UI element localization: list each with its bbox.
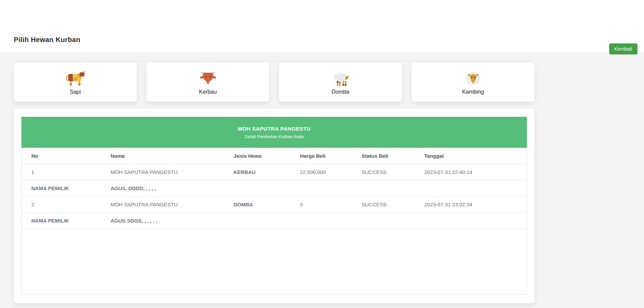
col-header-jenis-hewan: Jenis Hewa bbox=[224, 148, 290, 164]
buffalo-icon bbox=[199, 69, 217, 87]
page-header bbox=[0, 0, 644, 52]
cell-no: 1 bbox=[22, 164, 101, 180]
cell-harga: 0 bbox=[290, 196, 352, 213]
cell-nama: MOH SAPUTRA PANGESTU bbox=[101, 164, 224, 180]
animal-label: Sapi bbox=[70, 89, 81, 95]
cell-no: 2 bbox=[22, 196, 101, 213]
owner-name: MOH SAPUTRA PANGESTU bbox=[238, 126, 311, 132]
table-row: 2 MOH SAPUTRA PANGESTU DOMBA 0 SUCCESS 2… bbox=[22, 196, 527, 213]
cell-jenis: KERBAU bbox=[224, 164, 290, 180]
col-header-no: No bbox=[22, 148, 101, 164]
cell-jenis: DOMBA bbox=[224, 196, 290, 213]
cell-harga: 22,500,000 bbox=[290, 164, 352, 180]
table-row: 1 MOH SAPUTRA PANGESTU KERBAU 22,500,000… bbox=[22, 164, 527, 180]
panel-subtitle: Detail Pembelian Kurban Anda bbox=[245, 134, 303, 139]
status-badge: SUCCESS bbox=[352, 164, 415, 180]
status-badge: SUCCESS bbox=[352, 196, 415, 213]
table-header-row: No Nama Jenis Hewa Harga Beli Status Bel… bbox=[22, 148, 527, 164]
cell-tanggal: 2023-07-31 23:02:34 bbox=[415, 196, 527, 213]
animal-label: Kambing bbox=[462, 89, 484, 95]
owner-value: AGUS, DDDD, , , , , bbox=[101, 180, 224, 196]
purchase-table: No Nama Jenis Hewa Harga Beli Status Bel… bbox=[22, 148, 527, 229]
col-header-status-beli: Status Beli bbox=[352, 148, 415, 164]
col-header-tanggal: Tanggal bbox=[415, 148, 527, 164]
owner-label: NAMA PEMILIK bbox=[22, 213, 101, 229]
purchase-detail-panel: MOH SAPUTRA PANGESTU Detail Pembelian Ku… bbox=[14, 109, 534, 303]
purchase-table-box: No Nama Jenis Hewa Harga Beli Status Bel… bbox=[21, 148, 527, 295]
animal-label: Kerbau bbox=[199, 89, 217, 95]
panel-banner: MOH SAPUTRA PANGESTU Detail Pembelian Ku… bbox=[21, 117, 527, 148]
cell-nama: MOH SAPUTRA PANGESTU bbox=[101, 196, 224, 213]
col-header-nama: Nama bbox=[101, 148, 224, 164]
cow-icon bbox=[65, 69, 85, 87]
animal-card-kerbau[interactable]: Kerbau bbox=[146, 62, 269, 102]
animal-label: Domba bbox=[332, 89, 350, 95]
owner-subrow: NAMA PEMILIK AGUS SDGS, , , , , , bbox=[22, 213, 527, 229]
animal-card-domba[interactable]: Domba bbox=[279, 62, 402, 102]
page-title: Pilih Hewan Kurban bbox=[14, 36, 80, 44]
cell-tanggal: 2023-07-31 22:40:14 bbox=[415, 164, 527, 180]
owner-value: AGUS SDGS, , , , , , bbox=[101, 213, 224, 229]
sheep-icon bbox=[331, 69, 350, 87]
owner-label: NAMA PEMILIK bbox=[22, 180, 101, 196]
animal-card-sapi[interactable]: Sapi bbox=[14, 62, 137, 102]
back-button[interactable]: Kembali bbox=[609, 43, 637, 54]
goat-icon bbox=[465, 69, 481, 87]
animal-card-kambing[interactable]: Kambing bbox=[412, 62, 534, 102]
owner-subrow: NAMA PEMILIK AGUS, DDDD, , , , , bbox=[22, 180, 527, 196]
col-header-harga-beli: Harga Beli bbox=[290, 148, 352, 164]
title-divider bbox=[14, 61, 534, 61]
